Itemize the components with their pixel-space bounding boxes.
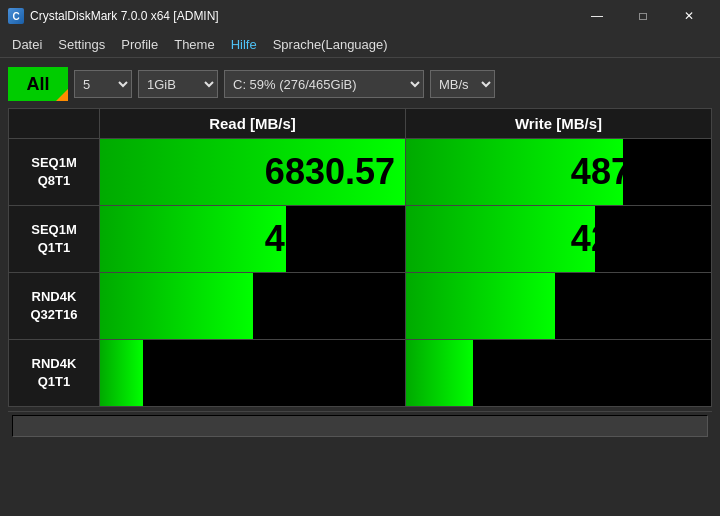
read-value-2: 3429.45 [100, 273, 405, 339]
main-content: All 5 1 3 1GiB 512MiB 4GiB C: 59% (276/4… [0, 58, 720, 516]
title-bar: C CrystalDiskMark 7.0.0 x64 [ADMIN] — □ … [0, 0, 720, 32]
title-bar-text: CrystalDiskMark 7.0.0 x64 [ADMIN] [30, 9, 574, 23]
write-value-3: 215.12 [406, 340, 711, 406]
table-row: SEQ1MQ1T14167.964241.98 [9, 206, 712, 273]
write-cell-3: 215.12 [406, 340, 711, 406]
menu-hilfe[interactable]: Hilfe [223, 35, 265, 54]
col-header-read: Read [MB/s] [100, 109, 406, 139]
write-value-0: 4874.00 [406, 139, 711, 205]
all-button[interactable]: All [8, 67, 68, 101]
table-row: RND4KQ32T163429.453352.12 [9, 273, 712, 340]
minimize-button[interactable]: — [574, 0, 620, 32]
write-value-1: 4241.98 [406, 206, 711, 272]
size-select[interactable]: 1GiB 512MiB 4GiB [138, 70, 218, 98]
row-label-1: SEQ1MQ1T1 [9, 206, 99, 272]
toolbar: All 5 1 3 1GiB 512MiB 4GiB C: 59% (276/4… [8, 66, 712, 102]
write-cell-0: 4874.00 [406, 139, 711, 205]
read-value-3: 88.35 [100, 340, 405, 406]
write-cell-2: 3352.12 [406, 273, 711, 339]
write-value-2: 3352.12 [406, 273, 711, 339]
unit-select[interactable]: MB/s GB/s [430, 70, 495, 98]
read-cell-1: 4167.96 [100, 206, 405, 272]
read-cell-3: 88.35 [100, 340, 405, 406]
maximize-button[interactable]: □ [620, 0, 666, 32]
row-label-2: RND4KQ32T16 [9, 273, 99, 339]
read-value-1: 4167.96 [100, 206, 405, 272]
menu-profile[interactable]: Profile [113, 35, 166, 54]
menu-settings[interactable]: Settings [50, 35, 113, 54]
table-row: RND4KQ1T188.35215.12 [9, 340, 712, 407]
drive-select[interactable]: C: 59% (276/465GiB) [224, 70, 424, 98]
write-cell-1: 4241.98 [406, 206, 711, 272]
row-label-3: RND4KQ1T1 [9, 340, 99, 406]
menu-bar: Datei Settings Profile Theme Hilfe Sprac… [0, 32, 720, 58]
app-icon: C [8, 8, 24, 24]
read-value-0: 6830.57 [100, 139, 405, 205]
window-controls: — □ ✕ [574, 0, 712, 32]
close-button[interactable]: ✕ [666, 0, 712, 32]
info-box [12, 415, 708, 437]
col-header-label [9, 109, 100, 139]
row-label-0: SEQ1MQ8T1 [9, 139, 99, 205]
col-header-write: Write [MB/s] [406, 109, 712, 139]
table-row: SEQ1MQ8T16830.574874.00 [9, 139, 712, 206]
read-cell-2: 3429.45 [100, 273, 405, 339]
menu-theme[interactable]: Theme [166, 35, 222, 54]
loops-select[interactable]: 5 1 3 [74, 70, 132, 98]
menu-sprache[interactable]: Sprache(Language) [265, 35, 396, 54]
bottom-bar [8, 411, 712, 439]
menu-datei[interactable]: Datei [4, 35, 50, 54]
read-cell-0: 6830.57 [100, 139, 405, 205]
benchmark-table: Read [MB/s] Write [MB/s] SEQ1MQ8T16830.5… [8, 108, 712, 407]
